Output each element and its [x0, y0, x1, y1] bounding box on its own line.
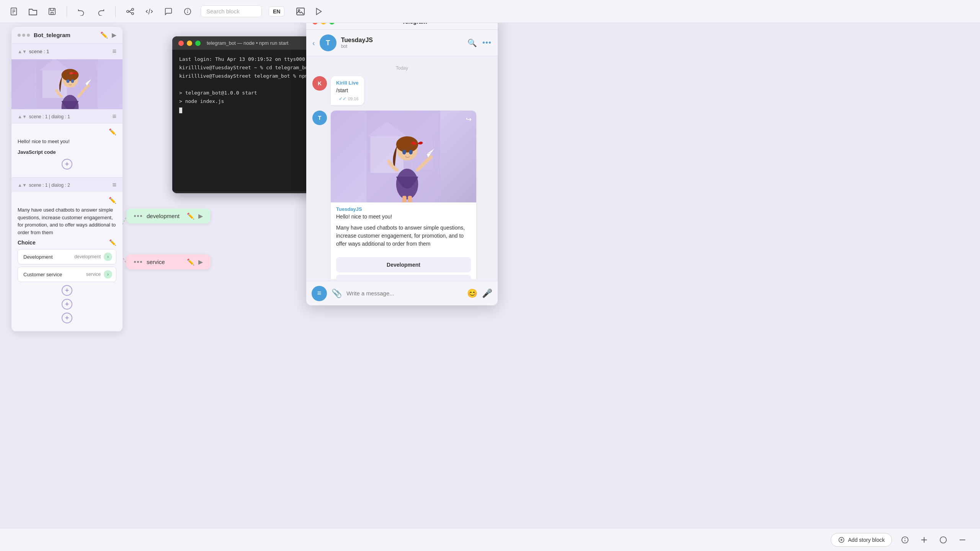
- toolbar: Search block EN: [0, 0, 980, 23]
- choice-item-development[interactable]: Development development ›: [18, 249, 116, 264]
- tg-message-input[interactable]: [346, 290, 462, 297]
- choice-item-service[interactable]: Customer service service ›: [18, 267, 116, 282]
- tg-emoji-icon[interactable]: 😊: [467, 289, 477, 298]
- dialog-1-menu[interactable]: ≡: [112, 112, 116, 121]
- dot2: [22, 34, 25, 37]
- tg-back-btn[interactable]: ‹: [312, 39, 315, 47]
- dialog-1-collapse[interactable]: ▲▼: [18, 114, 27, 119]
- circle-bottom-icon[interactable]: [937, 534, 949, 546]
- edit-bot-icon[interactable]: ✏️: [100, 31, 108, 39]
- svg-point-8: [127, 10, 129, 13]
- flow-icon[interactable]: [124, 5, 136, 18]
- tg-date-separator: Today: [312, 65, 492, 71]
- tg-attach-icon[interactable]: 📎: [332, 289, 342, 298]
- tg-chat-avatar: T: [320, 34, 336, 51]
- choice-development-arrow[interactable]: ›: [104, 253, 112, 261]
- dialog-2-add-btn-1[interactable]: +: [62, 285, 72, 296]
- flow-node-development[interactable]: development ✏️ ▶: [126, 209, 211, 223]
- dialog-2-collapse[interactable]: ▲▼: [18, 183, 27, 188]
- flow-dev-edit-icon[interactable]: ✏️: [187, 212, 194, 220]
- undo-icon[interactable]: [75, 5, 88, 18]
- tg-messages[interactable]: Today K Kirill Live /start ✓✓ 09:16 T: [306, 56, 498, 279]
- tg-bot-avatar: T: [312, 111, 327, 125]
- tg-kirill-text: /start: [336, 86, 359, 95]
- bot-panel-header-left: Bot_telegram: [18, 32, 70, 38]
- toolbar-right-icons: [294, 5, 325, 18]
- svg-rect-41: [402, 196, 407, 202]
- tg-bot-sender: TuesdayJS: [336, 206, 471, 212]
- dialog-2-label-row: ▲▼ scene : 1 | dialog : 2: [18, 183, 70, 188]
- flow-dev-icons: ✏️ ▶: [187, 212, 203, 220]
- dialog-2-edit-icon[interactable]: ✏️: [109, 197, 116, 204]
- svg-point-39: [409, 150, 413, 154]
- choice-service-text: Customer service: [23, 272, 62, 277]
- svg-rect-42: [408, 196, 412, 202]
- tg-btn-customer-service[interactable]: Customer service: [336, 275, 471, 279]
- fs1: [134, 261, 136, 263]
- scene-collapse-arrows[interactable]: ▲▼: [18, 49, 27, 54]
- bot-title: Bot_telegram: [34, 32, 70, 38]
- info-icon[interactable]: [181, 5, 194, 18]
- dot3: [27, 34, 30, 37]
- dialog-2-block: ▲▼ scene : 1 | dialog : 2 ≡ ✏️ Many have…: [11, 178, 122, 332]
- open-folder-icon[interactable]: [27, 5, 39, 18]
- svg-point-51: [940, 536, 947, 543]
- tg-bot-body: Many have used chatbots to answer simple…: [336, 224, 471, 248]
- minus-bottom-icon[interactable]: [956, 534, 969, 546]
- tg-msg-kirill: K Kirill Live /start ✓✓ 09:16: [312, 76, 492, 105]
- redo-icon[interactable]: [95, 5, 107, 18]
- add-story-btn[interactable]: Add story block: [831, 533, 892, 547]
- scene-1-menu-icon[interactable]: ≡: [112, 47, 116, 55]
- tg-chat-header: ‹ T TuesdayJS bot 🔍 •••: [306, 30, 498, 56]
- scene-1-image: [11, 59, 122, 109]
- anime-girl-illustration: [36, 59, 98, 109]
- search-input[interactable]: Search block: [201, 5, 262, 17]
- flow-node-service[interactable]: service ✏️ ▶: [126, 254, 211, 269]
- term-minimize-btn[interactable]: [187, 41, 192, 46]
- add-story-plus-icon: [838, 536, 845, 543]
- lang-selector[interactable]: EN: [269, 7, 284, 16]
- new-doc-icon[interactable]: [8, 5, 20, 18]
- tg-bot-text: TuesdayJS Hello! nice to meet you! Many …: [331, 202, 476, 255]
- info-bottom-icon[interactable]: [899, 534, 911, 546]
- dialog-1-greeting: Hello! nice to meet you!: [18, 138, 116, 145]
- term-maximize-btn[interactable]: [195, 41, 201, 46]
- dialog-2-title: scene : 1 | dialog : 2: [29, 183, 70, 188]
- choice-edit-icon[interactable]: ✏️: [109, 239, 116, 246]
- tg-menu-btn[interactable]: ≡: [312, 286, 327, 301]
- play-bot-icon[interactable]: ▶: [112, 31, 116, 39]
- tg-chat-status: bot: [341, 44, 373, 49]
- dialog-2-header: ▲▼ scene : 1 | dialog : 2 ≡: [11, 178, 122, 192]
- choice-service-arrow[interactable]: ›: [104, 270, 112, 279]
- term-close-btn[interactable]: [178, 41, 184, 46]
- scene-1-title: scene : 1: [29, 49, 49, 54]
- tg-more-icon[interactable]: •••: [482, 38, 492, 47]
- flow-dev-play-icon[interactable]: ▶: [198, 212, 203, 220]
- tg-mic-icon[interactable]: 🎤: [482, 289, 492, 298]
- dialog-1-add-btn[interactable]: +: [62, 159, 72, 170]
- plus-bottom-icon[interactable]: [918, 534, 930, 546]
- tg-search-icon[interactable]: 🔍: [467, 38, 477, 47]
- tg-kirill-avatar: K: [312, 76, 327, 91]
- tg-forward-icon[interactable]: ↪: [466, 115, 472, 124]
- svg-line-12: [129, 11, 131, 13]
- tg-btn-development[interactable]: Development: [336, 257, 471, 272]
- save-icon[interactable]: [46, 5, 58, 18]
- play-icon[interactable]: [313, 5, 325, 18]
- flow-svc-play-icon[interactable]: ▶: [198, 258, 203, 266]
- tg-chat-info: TuesdayJS bot: [341, 37, 373, 49]
- image-icon[interactable]: [294, 5, 307, 18]
- dialog-1-edit-icon[interactable]: ✏️: [109, 128, 116, 135]
- tg-bot-image: ↪: [331, 111, 476, 202]
- svg-line-11: [129, 10, 131, 11]
- fs3: [140, 261, 142, 263]
- code-icon[interactable]: [143, 5, 155, 18]
- comment-icon[interactable]: [162, 5, 175, 18]
- dialog-2-add-btn-3[interactable]: +: [62, 313, 72, 323]
- dialog-2-menu[interactable]: ≡: [112, 181, 116, 189]
- bottom-bar: Add story block: [0, 528, 980, 551]
- dialog-2-add-btn-2[interactable]: +: [62, 299, 72, 310]
- svg-line-13: [149, 8, 150, 14]
- choice-service-sub: service: [86, 272, 101, 277]
- flow-svc-edit-icon[interactable]: ✏️: [187, 258, 194, 266]
